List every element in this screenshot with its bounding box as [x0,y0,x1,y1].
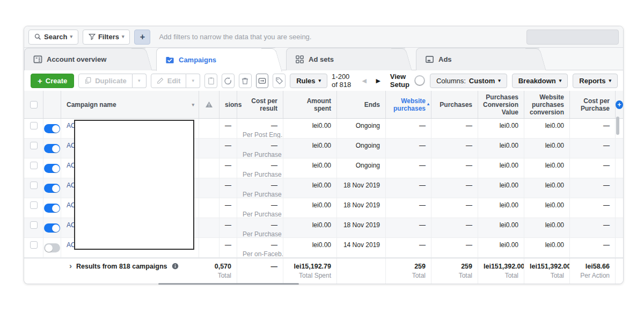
row-checkbox-cell [24,238,43,257]
add-column-icon[interactable]: + [616,100,623,109]
row-checkbox-cell [24,139,43,158]
header-cost-per-result[interactable]: Cost per result [237,91,283,118]
tab-account-overview[interactable]: Account overview [24,48,145,70]
spacer-total-cell [616,258,626,284]
row-checkbox[interactable] [30,142,38,149]
tab-ad-sets[interactable]: Ad sets [286,48,405,70]
campaign-toggle[interactable] [44,243,60,252]
header-campaign-name[interactable]: Campaign name ▾ [61,91,199,118]
toggle-knob [45,244,53,252]
next-page-button[interactable]: ▶ [371,74,385,88]
amount-spent-cell: lei0.00 [283,158,337,178]
ab-test-button[interactable] [256,74,269,88]
duplicate-button[interactable]: Duplicate [78,74,133,88]
columns-value: Custom [469,77,495,85]
tag-button[interactable] [273,74,286,88]
prev-page-button[interactable]: ◀ [357,74,371,88]
cost-per-result-cell: — Per Purchase [237,158,283,178]
header-website-purchases-conversion[interactable]: Website purchases conversion [524,91,570,118]
website-purchases-total-sublabel: Total [391,272,426,279]
reports-label: Reports [579,77,605,85]
campaign-toggle[interactable] [44,204,60,213]
cost-per-purchase-total-cell: lei58.66 Per Action [570,258,616,284]
cost-per-result-cell: — Per Purchase [237,198,283,218]
reports-button[interactable]: Reports ▾ [573,74,618,88]
horizontal-scrollbar-thumb[interactable] [158,283,299,285]
columns-button[interactable]: Columns: Custom ▾ [430,74,507,88]
website-purchases-cell: — [386,158,431,178]
chevron-right-icon[interactable]: › [69,263,72,269]
cost-per-result-value: — [243,122,277,129]
header-impressions-clipped[interactable]: sions [219,91,237,118]
edit-dropdown[interactable]: ▾ [186,74,200,88]
filters-button[interactable]: Filters ▾ [83,30,130,45]
row-checkbox[interactable] [30,241,38,249]
breakdown-button[interactable]: Breakdown ▾ [512,74,568,88]
impressions-total-sublabel: Total [204,272,231,279]
tab-campaigns[interactable]: Campaigns [156,48,275,71]
purchases-conversion-value-header-label: Purchases Conversion Value [483,93,518,116]
rules-button[interactable]: Rules ▾ [290,74,327,88]
amount-spent-cell: lei0.00 [283,198,337,218]
header-ends[interactable]: Ends [337,91,386,118]
website-purchases-cell: — [386,119,431,138]
campaign-toggle[interactable] [44,223,60,233]
cost-per-result-sublabel: Per on-Faceb... [243,250,277,257]
amount-spent-cell: lei0.00 [283,218,337,237]
view-setup-toggle[interactable] [414,75,425,86]
redaction-box [74,120,194,250]
select-all-checkbox[interactable] [30,101,38,109]
header-purchases-conversion-value[interactable]: Purchases Conversion Value [478,91,524,118]
row-checkbox[interactable] [30,201,38,209]
spacer-cell [616,238,626,257]
header-website-purchases[interactable]: Website purchases ▴ [386,91,431,118]
chevron-down-icon: ▾ [70,34,72,39]
impressions-total-value: 0,570 [215,263,231,270]
filter-placeholder[interactable]: Add filters to narrow the data that you … [159,33,311,41]
campaign-toggle[interactable] [44,184,60,193]
cost-per-purchase-cell: — [570,119,616,138]
header-amount-spent[interactable]: Amount spent [283,91,337,118]
row-checkbox[interactable] [30,182,38,189]
add-filter-button[interactable]: + [134,30,150,45]
chevron-down-icon: ▾ [559,78,562,83]
search-button[interactable]: Search ▾ [28,30,78,45]
sort-caret-icon[interactable]: ▾ [192,101,194,109]
row-checkbox[interactable] [30,122,38,129]
amount-spent-total-sublabel: Total Spent [289,272,331,279]
campaign-toggle[interactable] [44,164,60,173]
header-delivery-warning [199,91,219,118]
row-checkbox[interactable] [30,162,38,169]
campaign-toggle[interactable] [44,124,60,133]
history-button[interactable] [222,74,235,88]
purchases-conversion-value-cell: lei0.00 [478,139,524,158]
campaign-toggle[interactable] [44,144,60,153]
vertical-scrollbar-thumb[interactable] [616,117,619,135]
create-button[interactable]: + Create [31,74,74,88]
header-cost-per-purchase[interactable]: Cost per Purchase [570,91,616,118]
purchases-conversion-value-cell: lei0.00 [478,178,524,198]
paste-button[interactable] [204,74,217,88]
edit-button[interactable]: Edit [151,74,187,88]
purchases-total-sublabel: Total [437,272,472,279]
duplicate-dropdown[interactable]: ▾ [133,74,147,88]
warning-triangle-icon [205,101,213,108]
results-label: Results from 818 campaigns [76,263,167,270]
delete-button[interactable] [239,74,252,88]
warning-cell [199,178,219,198]
cost-per-result-header-label: Cost per result [243,97,277,112]
columns-prefix: Columns: [436,77,466,85]
cost-per-result-sublabel: Per Post Eng... [243,131,277,138]
header-purchases[interactable]: Purchases [431,91,478,118]
ad-sets-grid-icon [295,55,304,64]
cost-per-purchase-cell: — [570,218,616,237]
warning-cell [199,119,219,138]
info-icon[interactable] [172,263,179,270]
tab-ads[interactable]: Ads [416,48,539,70]
purchases-conversion-value-cell: lei0.00 [478,158,524,178]
trash-icon [241,77,249,85]
website-purchases-conversion-cell: lei0.00 [524,119,570,138]
row-checkbox[interactable] [30,221,38,229]
website-purchases-conversion-cell: lei0.00 [524,178,570,198]
date-range-control[interactable] [526,30,619,45]
